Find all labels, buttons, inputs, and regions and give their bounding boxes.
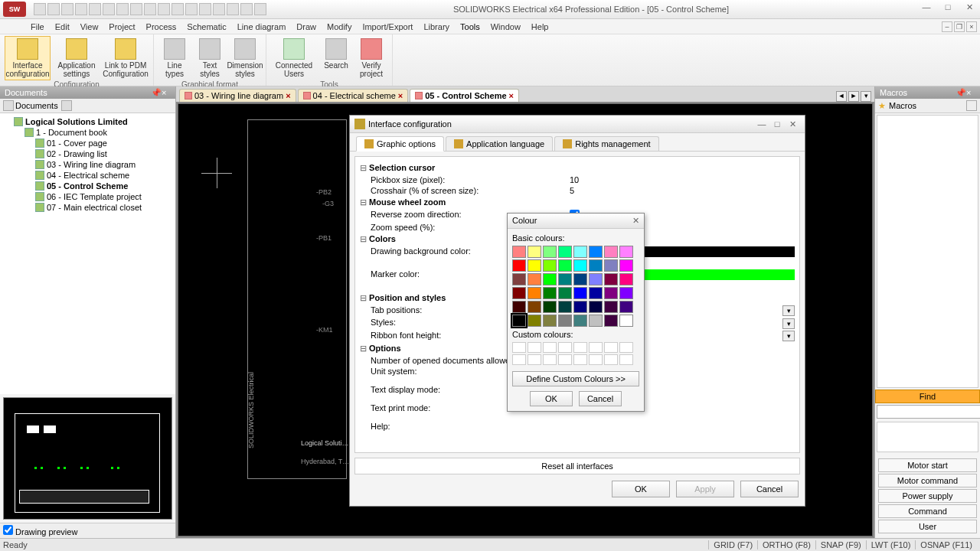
mdi-minimize[interactable]: – [942, 21, 952, 32]
ribbonfont-dropdown[interactable]: ▾ [782, 331, 795, 341]
application-settings-button[interactable]: Application settings [54, 36, 100, 80]
preview-checkbox[interactable] [3, 525, 13, 535]
macro-item[interactable]: Command [878, 504, 977, 518]
colour-cell[interactable] [543, 259, 557, 272]
menu-modify[interactable]: Modify [327, 22, 351, 31]
line-types-button[interactable]: Line types [158, 36, 191, 80]
colour-cell[interactable] [528, 287, 541, 299]
colour-cell[interactable] [573, 246, 587, 258]
colour-cell[interactable] [589, 301, 603, 313]
close-icon[interactable]: × [966, 88, 975, 97]
custom-colour-cell[interactable] [543, 354, 557, 365]
custom-colour-cell[interactable] [528, 342, 541, 353]
colour-cell[interactable] [619, 301, 633, 313]
prop-crosshair-value[interactable]: 5 [570, 186, 795, 195]
colour-cell[interactable] [573, 259, 587, 272]
verify-project-button[interactable]: Verify project [355, 36, 387, 80]
close-icon[interactable]: × [162, 88, 171, 97]
custom-colour-cell[interactable] [573, 354, 587, 365]
colour-ok-button[interactable]: OK [530, 391, 573, 406]
colour-cell[interactable] [528, 315, 541, 327]
tab-rights-management[interactable]: Rights management [554, 136, 658, 151]
custom-colour-cell[interactable] [573, 342, 587, 353]
menu-process[interactable]: Process [146, 22, 177, 31]
custom-colour-cell[interactable] [528, 354, 541, 365]
custom-colour-cell[interactable] [558, 354, 572, 365]
macro-item[interactable]: Motor command [878, 474, 977, 487]
colour-cell[interactable] [604, 301, 618, 313]
custom-colour-cell[interactable] [604, 342, 618, 353]
menu-line-diagram[interactable]: Line diagram [237, 22, 286, 31]
custom-colour-cell[interactable] [543, 342, 557, 353]
colour-cell[interactable] [604, 315, 618, 327]
define-custom-colours-button[interactable]: Define Custom Colours >> [512, 371, 639, 386]
preview-toggle[interactable]: Drawing preview [0, 523, 175, 538]
connected-users-button[interactable]: Connected Users [271, 36, 317, 80]
status-osnap[interactable]: OSNAP (F11) [915, 540, 977, 549]
dialog-cancel-button[interactable]: Cancel [740, 481, 799, 497]
styles-dropdown[interactable]: ▾ [782, 318, 795, 329]
dialog-ok-button[interactable]: OK [612, 481, 670, 497]
interface-configuration-button[interactable]: Interface configuration [5, 36, 51, 80]
colour-cell[interactable] [589, 315, 603, 327]
colour-cell[interactable] [589, 273, 603, 285]
colour-cell[interactable] [589, 259, 603, 272]
menu-help[interactable]: Help [531, 22, 549, 31]
tab-graphic-options[interactable]: Graphic options [356, 136, 444, 152]
link-pdm-button[interactable]: Link to PDM Configuration [103, 36, 149, 80]
colour-cell[interactable] [573, 315, 587, 327]
colour-cell[interactable] [619, 273, 633, 285]
tree-item[interactable]: 02 - Drawing list [35, 148, 172, 159]
section-selection-cursor[interactable]: Selection cursor [360, 161, 795, 174]
colour-cell[interactable] [528, 246, 541, 258]
dialog-close[interactable]: ✕ [785, 119, 800, 129]
colour-cell[interactable] [558, 259, 572, 272]
custom-colour-cell[interactable] [604, 354, 618, 365]
colour-cell[interactable] [543, 273, 557, 285]
tree-item-selected[interactable]: 05 - Control Scheme [35, 181, 172, 191]
tab-05[interactable]: 05 - Control Scheme× [410, 89, 519, 102]
mdi-restore[interactable]: ❐ [954, 21, 965, 32]
qat-button[interactable] [116, 3, 129, 15]
tab-close-icon[interactable]: × [286, 91, 290, 100]
qat-button[interactable] [75, 3, 87, 15]
qat-button[interactable] [172, 3, 184, 15]
colour-cell[interactable] [589, 287, 603, 299]
colour-cell[interactable] [589, 246, 603, 258]
section-mouse-wheel[interactable]: Mouse wheel zoom [360, 196, 795, 209]
search-button[interactable]: Search [320, 36, 352, 80]
colour-cell[interactable] [558, 246, 572, 258]
dialog-titlebar[interactable]: Interface configuration — □ ✕ [350, 116, 805, 133]
qat-button[interactable] [227, 3, 239, 15]
qat-button[interactable] [61, 3, 74, 15]
colour-cell[interactable] [619, 287, 633, 299]
colour-cell[interactable] [512, 315, 526, 327]
qat-button[interactable] [254, 3, 266, 15]
colour-cell[interactable] [604, 259, 618, 272]
toolbar-button[interactable] [61, 100, 72, 111]
menu-import-export[interactable]: Import/Export [362, 22, 413, 31]
menu-schematic[interactable]: Schematic [187, 22, 226, 31]
colour-titlebar[interactable]: Colour ✕ [508, 214, 644, 229]
macros-search-input[interactable] [877, 405, 980, 419]
qat-button[interactable] [47, 3, 60, 15]
colour-cell[interactable] [512, 273, 526, 285]
qat-button[interactable] [130, 3, 142, 15]
minimize-button[interactable]: — [916, 2, 937, 16]
colour-cancel-button[interactable]: Cancel [579, 391, 622, 406]
menu-tools[interactable]: Tools [460, 22, 480, 31]
colour-cell[interactable] [543, 287, 557, 299]
tabpos-dropdown[interactable]: ▾ [782, 305, 795, 316]
qat-button[interactable] [185, 3, 198, 15]
colour-cell[interactable] [573, 287, 587, 299]
tab-close-icon[interactable]: × [509, 91, 514, 100]
macros-refresh-icon[interactable] [966, 100, 977, 111]
qat-button[interactable] [144, 3, 156, 15]
reset-interfaces-button[interactable]: Reset all interfaces [354, 458, 800, 474]
colour-cell[interactable] [604, 246, 618, 258]
custom-colour-cell[interactable] [619, 354, 633, 365]
macro-item[interactable]: Power supply [878, 489, 977, 503]
colour-cell[interactable] [619, 246, 633, 258]
tab-03[interactable]: 03 - Wiring line diagram× [179, 89, 296, 102]
tree-item[interactable]: 03 - Wiring line diagram [35, 159, 172, 170]
